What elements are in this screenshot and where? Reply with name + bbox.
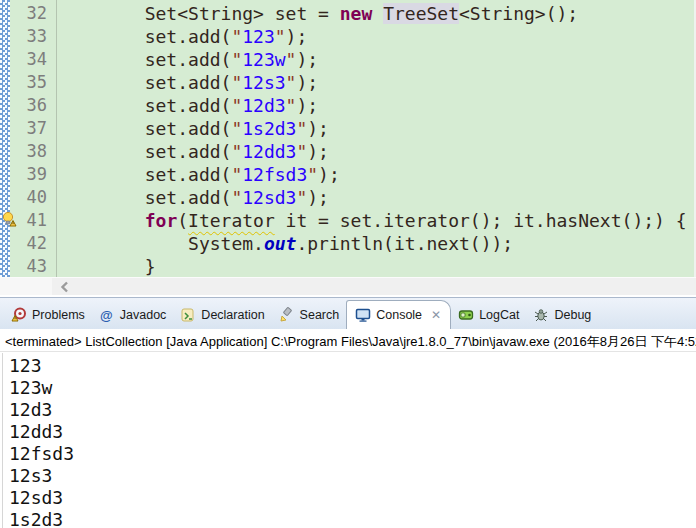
code-token: out <box>264 233 297 254</box>
code-line[interactable]: set.add("12fsd3"); <box>58 163 694 186</box>
code-token: " <box>231 187 242 208</box>
tab-declaration[interactable]: Declaration <box>173 301 271 329</box>
code-token: set.add( <box>58 141 231 162</box>
line-number[interactable]: 38 <box>10 140 47 163</box>
tab-search[interactable]: Search <box>272 301 347 329</box>
code-token: 123w <box>242 49 285 70</box>
code-line[interactable]: set.add("1s2d3"); <box>58 117 694 140</box>
code-token: ); <box>307 141 329 162</box>
code-token: " <box>231 95 242 116</box>
code-editor[interactable]: 323334353637383940414243 Set<String> set… <box>0 0 696 277</box>
code-token: Iterator <box>188 210 275 231</box>
tab-javadoc[interactable]: @Javadoc <box>92 301 174 329</box>
scrollbar-track[interactable] <box>52 278 696 296</box>
code-token: System. <box>58 233 264 254</box>
code-line[interactable]: for(Iterator it = set.iterator(); it.has… <box>58 209 694 232</box>
code-token: ); <box>286 26 308 47</box>
tab-label: LogCat <box>479 308 519 322</box>
line-number[interactable]: 39 <box>10 163 47 186</box>
declaration-icon <box>180 307 196 323</box>
code-token: ); <box>318 164 340 185</box>
code-token: set.add( <box>58 72 231 93</box>
code-token: ); <box>296 49 318 70</box>
console-view: <terminated> ListCollection [Java Applic… <box>0 329 696 528</box>
code-token: 12dd3 <box>242 141 296 162</box>
code-token: TreeSet <box>383 3 459 24</box>
code-line[interactable]: Set<String> set = new TreeSet<String>(); <box>58 2 694 25</box>
tab-console[interactable]: Console✕ <box>346 300 451 329</box>
code-token: ( <box>177 210 188 231</box>
horizontal-scrollbar[interactable] <box>0 277 696 295</box>
console-output-line: 12fsd3 <box>9 443 694 465</box>
code-token: ); <box>307 187 329 208</box>
code-line[interactable]: set.add("123"); <box>58 25 694 48</box>
code-token: " <box>231 118 242 139</box>
annotation-column <box>0 0 10 277</box>
console-output-line: 12d3 <box>9 399 694 421</box>
tab-label: Declaration <box>201 308 264 322</box>
debug-icon <box>533 307 549 323</box>
eclipse-window: 323334353637383940414243 Set<String> set… <box>0 0 696 528</box>
close-icon[interactable]: ✕ <box>431 308 441 322</box>
code-token: set.add( <box>58 164 231 185</box>
code-token: ); <box>296 72 318 93</box>
code-token <box>372 3 383 24</box>
code-token: set.add( <box>58 187 231 208</box>
line-number[interactable]: 33 <box>10 25 47 48</box>
code-token: " <box>286 95 297 116</box>
scroll-left-icon[interactable] <box>58 280 72 294</box>
code-token: it = set.iterator(); it.hasNext();) { <box>275 210 687 231</box>
line-number[interactable]: 36 <box>10 94 47 117</box>
code-token: for <box>145 210 178 231</box>
tab-debug[interactable]: Debug <box>526 301 598 329</box>
code-line[interactable]: set.add("123w"); <box>58 48 694 71</box>
code-token: set.add( <box>58 95 231 116</box>
code-token: set.add( <box>58 49 231 70</box>
console-output[interactable]: 123123w12d312dd312fsd312s312sd31s2d3 <box>2 353 694 528</box>
search-icon <box>279 307 295 323</box>
line-number[interactable]: 43 <box>10 255 47 278</box>
code-token: " <box>275 26 286 47</box>
line-number[interactable]: 32 <box>10 2 47 25</box>
code-token: " <box>231 141 242 162</box>
code-line[interactable]: set.add("12d3"); <box>58 94 694 117</box>
tab-label: Search <box>300 308 340 322</box>
console-icon <box>355 307 371 323</box>
tab-problems[interactable]: Problems <box>4 301 92 329</box>
line-number[interactable]: 40 <box>10 186 47 209</box>
code-token: 12sd3 <box>242 187 296 208</box>
line-number-gutter[interactable]: 323334353637383940414243 <box>10 0 57 277</box>
console-output-line: 12s3 <box>9 465 694 487</box>
warning-lightbulb-icon[interactable] <box>1 211 17 227</box>
code-area[interactable]: Set<String> set = new TreeSet<String>();… <box>58 0 694 277</box>
code-token: } <box>58 256 156 277</box>
console-output-line: 1s2d3 <box>9 509 694 528</box>
code-token: " <box>286 49 297 70</box>
code-token: " <box>296 141 307 162</box>
javadoc-icon: @ <box>99 307 115 323</box>
tab-label: Problems <box>32 308 85 322</box>
code-token: set.add( <box>58 26 231 47</box>
code-token: " <box>231 26 242 47</box>
tab-label: Console <box>376 308 422 322</box>
code-token: " <box>307 164 318 185</box>
view-tab-bar: Problems@JavadocDeclarationSearchConsole… <box>0 298 696 329</box>
line-number[interactable]: 35 <box>10 71 47 94</box>
code-line[interactable]: set.add("12dd3"); <box>58 140 694 163</box>
code-line[interactable]: System.out.println(it.next()); <box>58 232 694 255</box>
code-line[interactable]: } <box>58 255 694 277</box>
code-token: 123 <box>242 26 275 47</box>
tab-logcat[interactable]: LogCat <box>451 301 526 329</box>
line-number[interactable]: 42 <box>10 232 47 255</box>
code-token: <String>(); <box>459 3 578 24</box>
code-line[interactable]: set.add("12s3"); <box>58 71 694 94</box>
code-line[interactable]: set.add("12sd3"); <box>58 186 694 209</box>
code-token: " <box>231 164 242 185</box>
code-token: 12s3 <box>242 72 285 93</box>
code-token: new <box>340 3 373 24</box>
line-number[interactable]: 34 <box>10 48 47 71</box>
svg-text:@: @ <box>100 308 113 323</box>
console-output-line: 12dd3 <box>9 421 694 443</box>
code-token: " <box>286 72 297 93</box>
line-number[interactable]: 37 <box>10 117 47 140</box>
